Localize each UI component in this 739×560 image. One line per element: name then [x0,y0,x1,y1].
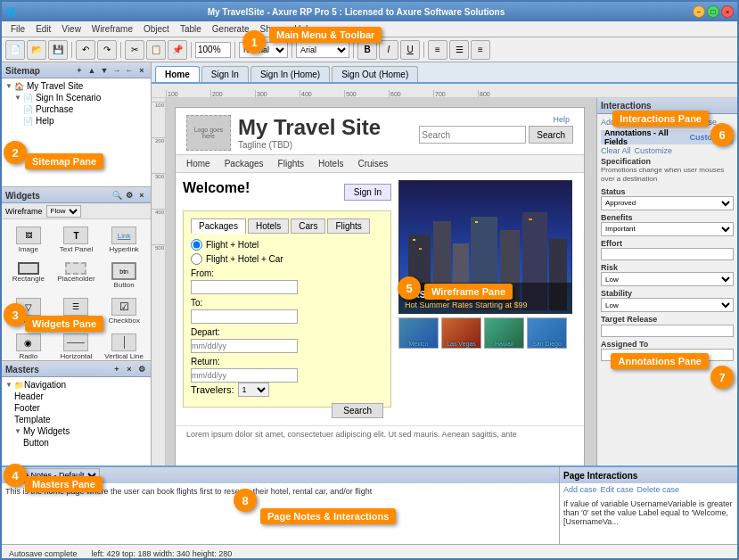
widget-vline[interactable]: Vertical Line [101,330,147,361]
pi-delete-case[interactable]: Delete case [637,485,680,494]
toolbar-paste[interactable]: 📌 [168,40,187,60]
masters-delete-icon[interactable]: × [124,364,135,375]
status-label: Status [601,187,734,196]
menu-view[interactable]: View [56,23,86,35]
risk-select[interactable]: Low Medium High [601,272,734,286]
widget-button[interactable]: btn Button [101,259,147,292]
menu-wireframe[interactable]: Wireframe [86,23,138,35]
tab-sign-out-home[interactable]: Sign Out (Home) [332,66,418,82]
pi-edit-case[interactable]: Edit case [601,485,634,494]
toolbar-align-center[interactable]: ☰ [449,40,469,60]
nav-home[interactable]: Home [186,157,210,170]
help-link[interactable]: Help [553,115,573,124]
tab-home[interactable]: Home [155,66,200,82]
widget-vline-label: Vertical Line [104,352,144,360]
nav-packages[interactable]: Packages [225,157,264,170]
master-item-footer[interactable]: Footer [12,402,149,414]
sitemap-indent-icon[interactable]: → [111,65,122,76]
wireframe-canvas[interactable]: Logo goes here My Travel Site Tagline (T… [166,98,596,465]
menu-file[interactable]: File [5,23,30,35]
wf-search-input[interactable] [419,126,526,144]
radio-flight-hotel-car-input[interactable] [191,253,202,265]
masters-add-icon[interactable]: + [111,364,122,375]
from-input[interactable] [191,280,298,294]
menu-table[interactable]: Table [175,23,207,35]
toolbar-copy[interactable]: 📋 [146,40,166,60]
toolbar-open[interactable]: 📂 [27,40,46,60]
toolbar-align-left[interactable]: ≡ [428,40,448,60]
widgets-settings-icon[interactable]: ⚙ [124,190,135,201]
sitemap-add-icon[interactable]: + [74,65,85,76]
nav-hotels[interactable]: Hotels [318,157,343,170]
maximize-button[interactable]: □ [707,5,719,18]
target-release-input[interactable] [601,325,734,337]
close-button[interactable]: × [721,5,734,18]
status-select[interactable]: Approved Pending Rejected [601,196,734,210]
masters-settings-icon[interactable]: ⚙ [136,364,147,375]
radio-flight-hotel-input[interactable] [191,239,202,251]
widget-rectangle[interactable]: Rectangle [5,259,52,292]
form-tab-flights[interactable]: Flights [327,218,369,234]
minimize-button[interactable]: − [693,5,705,18]
toolbar-save[interactable]: 💾 [48,40,68,60]
zoom-input[interactable] [195,42,231,58]
toolbar-redo[interactable]: ↷ [97,40,117,60]
widget-text-panel[interactable]: T Text Panel [53,223,100,257]
sitemap-move-up-icon[interactable]: ▲ [86,65,97,76]
sitemap-item[interactable]: 📄 Help [21,115,149,127]
thumb-hawaii[interactable]: Hawaii [484,317,524,349]
toolbar-new[interactable]: 📄 [5,40,25,60]
benefits-select[interactable]: Important Low High [601,222,734,236]
widget-hyperlink[interactable]: Link Hyperlink [101,223,147,257]
tab-sign-in[interactable]: Sign In [201,66,249,82]
master-item-header[interactable]: Header [12,391,149,402]
toolbar-cut[interactable]: ✂ [125,40,144,60]
wf-sign-in-button[interactable]: Sign In [344,184,391,201]
pi-add-case[interactable]: Add case [563,485,597,494]
sitemap-item[interactable]: ▼ 🏠 My Travel Site [4,80,149,92]
to-input[interactable] [191,309,298,324]
nav-cruises[interactable]: Cruises [357,157,388,170]
widget-placeholder[interactable]: Placeholder [53,259,100,292]
sitemap-move-down-icon[interactable]: ▼ [99,65,110,76]
toolbar-align-right[interactable]: ≡ [471,40,490,60]
master-item-navigation[interactable]: ▼ 📁 Navigation [4,379,149,391]
master-item-my-widgets[interactable]: ▼ My Widgets [12,425,149,437]
search-form-button[interactable]: Search [332,403,383,418]
sitemap-delete-icon[interactable]: × [136,65,147,76]
font-select[interactable]: Arial [296,42,349,58]
sitemap-item[interactable]: ▼ 📄 Sign In Scenario [12,92,149,103]
clear-all-link[interactable]: Clear All [601,146,631,155]
stability-select[interactable]: Low Medium High [601,298,734,312]
thumb-san-diego[interactable]: San Diego [527,317,567,349]
nav-flights[interactable]: Flights [278,157,304,170]
toolbar-italic[interactable]: I [379,40,398,60]
depart-input[interactable] [191,339,298,353]
thumb-las-vegas[interactable]: Las Vegas [441,317,481,349]
effort-input[interactable] [601,248,734,260]
widget-image[interactable]: 🖼 Image [5,223,52,257]
form-tab-packages[interactable]: Packages [191,218,246,234]
toolbar-underline[interactable]: U [400,40,420,60]
sitemap-item[interactable]: 📄 Purchase [21,103,149,115]
sitemap-outdent-icon[interactable]: ← [124,65,135,76]
return-input[interactable] [191,368,298,383]
widgets-flow-select[interactable]: Flow [46,205,81,218]
widgets-close-icon[interactable]: × [136,190,147,201]
form-tab-cars[interactable]: Cars [291,218,325,234]
master-item-template[interactable]: Template [12,414,149,425]
menu-object[interactable]: Object [138,23,175,35]
tab-sign-in-home[interactable]: Sign In (Home) [250,66,330,82]
widget-hline[interactable]: Horizontal Line [53,330,100,361]
menu-edit[interactable]: Edit [30,23,56,35]
widget-radio[interactable]: ◉ Radio Button [5,330,52,361]
widgets-search-icon[interactable]: 🔍 [111,190,122,201]
customize-link2[interactable]: Customize [635,146,673,155]
wf-search-button[interactable]: Search [529,126,573,144]
toolbar-undo[interactable]: ↶ [76,40,95,60]
form-tab-hotels[interactable]: Hotels [248,218,289,234]
master-item-button[interactable]: Button [21,437,149,449]
thumb-mexico[interactable]: Mexico [398,317,439,349]
travelers-select[interactable]: 123 [238,383,269,397]
widget-checkbox[interactable]: ☑ Checkbox [101,294,147,328]
